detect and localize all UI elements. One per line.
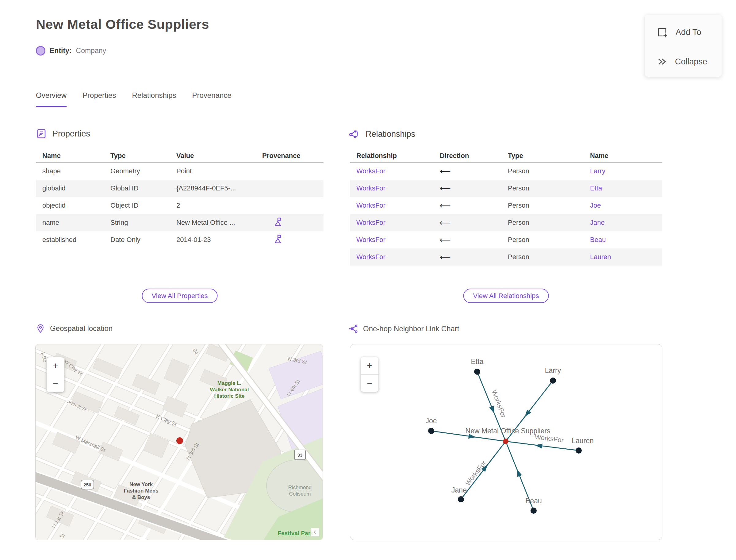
svg-text:Beau: Beau — [525, 497, 542, 505]
view-all-relationships-button[interactable]: View All Relationships — [463, 289, 549, 303]
node-etta[interactable] — [474, 369, 480, 375]
map-pin-icon — [36, 324, 45, 333]
svg-text:33: 33 — [297, 452, 303, 458]
tab-properties[interactable]: Properties — [82, 91, 116, 107]
geospatial-map[interactable]: k Ro W Clay St Sa N 3rd St N 4th St arsh… — [35, 344, 323, 540]
prop-type: Date Only — [104, 236, 170, 244]
svg-text:Coliseum: Coliseum — [289, 491, 311, 497]
prop-value: 2014-01-23 — [170, 236, 256, 244]
table-row[interactable]: WorksFor ⟵ Person Larry — [350, 163, 662, 180]
prop-type: Geometry — [104, 167, 170, 175]
chart-zoom-out-button[interactable]: − — [361, 375, 378, 392]
relationship-link[interactable]: WorksFor — [350, 184, 433, 192]
table-row[interactable]: established Date Only 2014-01-23 — [36, 231, 324, 248]
relationship-link[interactable]: WorksFor — [350, 201, 433, 209]
prop-name: globalid — [36, 184, 104, 192]
node-jane[interactable] — [458, 496, 464, 502]
center-node-label: New Metal Office Suppliers — [466, 427, 550, 435]
prop-type: Object ID — [104, 201, 170, 209]
properties-section-header: Properties — [36, 128, 90, 139]
table-row[interactable]: globalid Global ID {A228944F-0EF5-... — [36, 180, 324, 197]
col-header: Relationship — [350, 152, 433, 160]
direction-arrow: ⟵ — [433, 184, 501, 193]
table-row[interactable]: WorksFor ⟵ Person Etta — [350, 180, 662, 197]
one-hop-link-chart[interactable]: WorksFor WorksFor WorksFor Etta Larry Jo… — [350, 344, 662, 540]
relationship-link[interactable]: WorksFor — [350, 253, 433, 261]
table-row[interactable]: name String New Metal Office ... — [36, 214, 324, 231]
entity-link[interactable]: Jane — [584, 219, 662, 227]
entity-link[interactable]: Joe — [584, 201, 662, 209]
relationship-link[interactable]: WorksFor — [350, 236, 433, 244]
prop-value: 2 — [170, 201, 256, 209]
properties-icon — [36, 128, 47, 139]
map-canvas: k Ro W Clay St Sa N 3rd St N 4th St arsh… — [36, 344, 323, 540]
table-row[interactable]: WorksFor ⟵ Person Beau — [350, 231, 662, 248]
prop-type: Global ID — [104, 184, 170, 192]
double-chevron-right-icon — [657, 56, 667, 67]
table-row[interactable]: WorksFor ⟵ Person Joe — [350, 197, 662, 214]
entity-link[interactable]: Etta — [584, 184, 662, 192]
geospatial-title: Geospatial location — [50, 324, 113, 333]
node-lauren[interactable] — [576, 447, 582, 454]
tab-overview[interactable]: Overview — [36, 91, 67, 107]
direction-arrow: ⟵ — [433, 167, 501, 176]
entity-link[interactable]: Larry — [584, 167, 662, 175]
map-zoom-out-button[interactable]: − — [47, 375, 64, 393]
node-beau[interactable] — [531, 508, 537, 514]
col-header: Provenance — [256, 152, 324, 160]
provenance-flag-icon[interactable] — [273, 217, 283, 227]
table-row[interactable]: WorksFor ⟵ Person Jane — [350, 214, 662, 231]
rel-type: Person — [501, 219, 584, 227]
prop-name: objectid — [36, 201, 104, 209]
relationships-icon — [348, 128, 360, 140]
node-center-company[interactable] — [503, 439, 508, 444]
entity-type-value: Company — [76, 47, 106, 55]
col-header: Type — [501, 152, 584, 160]
node-joe[interactable] — [428, 428, 434, 434]
chart-zoom-in-button[interactable]: + — [361, 357, 378, 374]
direction-arrow: ⟵ — [433, 201, 501, 210]
col-header: Value — [170, 152, 256, 160]
entity-label: Entity: — [50, 47, 72, 55]
svg-text:Lauren: Lauren — [572, 437, 594, 445]
tab-relationships[interactable]: Relationships — [132, 91, 176, 107]
relationship-link[interactable]: WorksFor — [350, 167, 433, 175]
svg-text:WorksFor: WorksFor — [464, 459, 488, 487]
chart-zoom-control: + − — [361, 357, 378, 392]
map-zoom-in-button[interactable]: + — [47, 357, 64, 375]
map-attribution-toggle[interactable]: ‹ — [311, 528, 319, 536]
node-labels: Etta Larry Joe Lauren Jane Beau New Meta… — [425, 358, 593, 505]
table-row[interactable]: WorksFor ⟵ Person Lauren — [350, 248, 662, 266]
collapse-button[interactable]: Collapse — [645, 51, 722, 72]
add-to-button[interactable]: Add To — [645, 21, 722, 43]
entity-link[interactable]: Beau — [584, 236, 662, 244]
map-zoom-control: + − — [47, 357, 64, 392]
svg-text:& Boys: & Boys — [132, 494, 150, 500]
relationship-link[interactable]: WorksFor — [350, 219, 433, 227]
tab-provenance[interactable]: Provenance — [192, 91, 232, 107]
table-row[interactable]: shape Geometry Point — [36, 163, 324, 180]
properties-table: Name Type Value Provenance shape Geometr… — [36, 149, 324, 248]
link-chart-canvas: WorksFor WorksFor WorksFor Etta Larry Jo… — [350, 344, 662, 540]
rel-type: Person — [501, 167, 584, 175]
node-larry[interactable] — [550, 378, 556, 384]
svg-text:Richmond: Richmond — [288, 485, 312, 490]
properties-table-header: Name Type Value Provenance — [36, 149, 324, 163]
svg-text:Maggie L.: Maggie L. — [217, 380, 241, 386]
relationships-table-header: Relationship Direction Type Name — [350, 149, 662, 163]
rel-type: Person — [501, 201, 584, 209]
location-marker[interactable] — [176, 437, 183, 444]
entity-link[interactable]: Lauren — [584, 253, 662, 261]
table-row[interactable]: objectid Object ID 2 — [36, 197, 324, 214]
rel-type: Person — [501, 253, 584, 261]
view-all-properties-button[interactable]: View All Properties — [142, 289, 217, 303]
svg-text:Fashion Mens: Fashion Mens — [124, 488, 158, 494]
collapse-label: Collapse — [675, 57, 707, 67]
svg-text:New York: New York — [129, 481, 153, 487]
provenance-flag-icon[interactable] — [273, 234, 283, 244]
svg-text:Historic Site: Historic Site — [214, 393, 244, 399]
link-chart-title: One-hop Neighbor Link Chart — [363, 324, 459, 333]
prop-provenance — [256, 234, 324, 246]
svg-text:Larry: Larry — [545, 366, 561, 374]
relationships-section-title: Relationships — [366, 129, 415, 139]
